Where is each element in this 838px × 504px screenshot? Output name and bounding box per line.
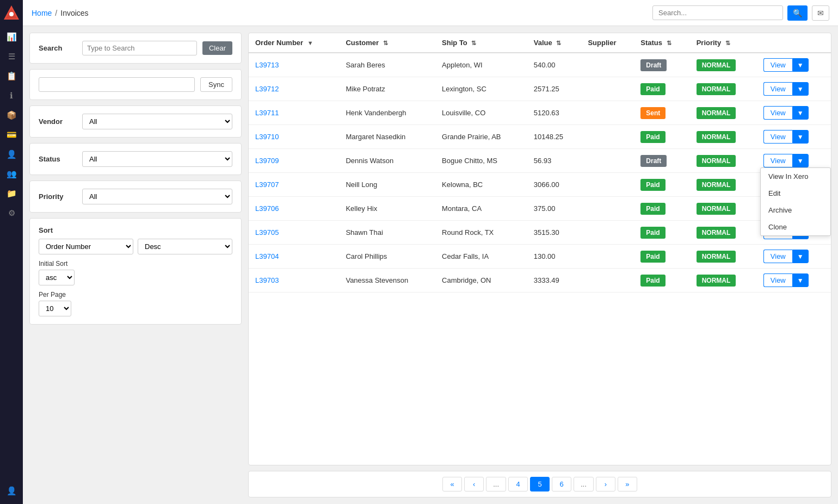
status-badge: Paid	[640, 83, 665, 95]
vendor-select[interactable]: All	[82, 114, 232, 129]
sidebar-icon-analytics[interactable]: 📊	[3, 28, 20, 46]
dropdown-item-archive[interactable]: Archive	[761, 202, 830, 219]
sidebar-icon-profile[interactable]: 👤	[3, 482, 20, 500]
sidebar-icon-files[interactable]: 📁	[3, 185, 20, 202]
priority-badge: NORMAL	[697, 107, 736, 119]
breadcrumb: Home / Invoices	[32, 9, 89, 17]
breadcrumb-current: Invoices	[60, 9, 88, 17]
col-status[interactable]: Status ⇅	[634, 33, 689, 53]
order-link[interactable]: L39704	[255, 252, 279, 260]
order-link[interactable]: L39710	[255, 133, 279, 141]
order-link[interactable]: L39707	[255, 181, 279, 189]
cell-supplier	[581, 101, 634, 125]
view-button-L39709[interactable]: View	[763, 154, 792, 167]
cell-supplier	[581, 77, 634, 101]
search-input[interactable]	[82, 41, 197, 55]
per-page-select[interactable]: 10 25 50 100	[39, 301, 71, 316]
breadcrumb-separator: /	[55, 9, 57, 17]
col-ship-to[interactable]: Ship To ⇅	[435, 33, 527, 53]
order-link[interactable]: L39703	[255, 276, 279, 284]
view-dropdown-button-L39703[interactable]: ▼	[792, 273, 809, 287]
table-row: L39705 Shawn Thai Round Rock, TX 3515.30…	[249, 221, 831, 245]
view-btn-group: View ▼	[763, 154, 824, 167]
view-dropdown-button-L39709[interactable]: ▼	[792, 154, 809, 167]
pagination-next[interactable]: ›	[596, 477, 615, 491]
status-select[interactable]: All	[82, 151, 232, 167]
status-badge: Paid	[640, 179, 665, 191]
pagination-first[interactable]: «	[442, 477, 462, 491]
view-button-L39704[interactable]: View	[763, 250, 792, 263]
cell-order: L39705	[249, 221, 339, 245]
sidebar-icon-settings[interactable]: ⚙	[3, 204, 20, 222]
invoices-table: Order Number ▼ Customer ⇅ Ship To ⇅ Valu…	[249, 33, 831, 293]
cell-supplier	[581, 149, 634, 173]
col-order-number[interactable]: Order Number ▼	[249, 33, 339, 53]
order-link[interactable]: L39706	[255, 204, 279, 213]
sync-button[interactable]: Sync	[200, 77, 232, 92]
pagination-page-4[interactable]: 4	[508, 477, 528, 491]
order-link[interactable]: L39711	[255, 109, 279, 117]
cell-supplier	[581, 269, 634, 293]
view-button-L39712[interactable]: View	[763, 82, 792, 96]
order-link[interactable]: L39709	[255, 157, 279, 165]
view-dropdown-button-L39712[interactable]: ▼	[792, 82, 809, 96]
pagination-last[interactable]: »	[618, 477, 637, 491]
col-customer[interactable]: Customer ⇅	[339, 33, 435, 53]
sidebar-icon-orders[interactable]: 📦	[3, 107, 20, 124]
sort-direction-select[interactable]: Asc Desc	[138, 239, 232, 254]
priority-select[interactable]: All	[82, 189, 232, 204]
col-value[interactable]: Value ⇅	[527, 33, 582, 53]
view-dropdown-button-L39704[interactable]: ▼	[792, 250, 809, 263]
sidebar-icon-billing[interactable]: 💳	[3, 126, 20, 144]
dropdown-item-view-xero[interactable]: View In Xero	[761, 168, 830, 185]
cell-supplier	[581, 53, 634, 77]
view-button-L39713[interactable]: View	[763, 58, 792, 72]
row-dropdown-menu: View In Xero Edit Archive Clone	[760, 167, 831, 236]
priority-badge: NORMAL	[697, 275, 736, 287]
cell-priority: NORMAL	[690, 53, 757, 77]
sort-field-select[interactable]: Order Number Customer Ship To Value	[39, 239, 133, 254]
cell-priority: NORMAL	[690, 221, 757, 245]
pagination-page-6[interactable]: 6	[552, 477, 571, 491]
dropdown-item-edit[interactable]: Edit	[761, 185, 830, 202]
cell-value: 540.00	[527, 53, 582, 77]
view-button-L39711[interactable]: View	[763, 106, 792, 120]
breadcrumb-home-link[interactable]: Home	[32, 9, 52, 17]
priority-badge: NORMAL	[697, 83, 736, 95]
clear-button[interactable]: Clear	[202, 41, 232, 55]
sidebar-icon-menu[interactable]: ☰	[3, 48, 20, 65]
view-dropdown-button-L39713[interactable]: ▼	[792, 58, 809, 72]
sidebar-icon-reports[interactable]: 📋	[3, 67, 20, 85]
pagination-prev[interactable]: ‹	[464, 477, 484, 491]
cell-value: 10148.25	[527, 125, 582, 149]
messages-button[interactable]: ✉	[812, 5, 829, 21]
pagination-ellipsis-start: ...	[486, 477, 506, 491]
cell-priority: NORMAL	[690, 245, 757, 269]
table-row: L39704 Carol Phillips Cedar Falls, IA 13…	[249, 245, 831, 269]
cell-value: 3066.00	[527, 173, 582, 197]
sync-row: Sync	[39, 77, 232, 92]
view-button-L39703[interactable]: View	[763, 273, 792, 287]
global-search-input[interactable]	[652, 5, 783, 20]
vendor-filter-row: Vendor All	[39, 114, 232, 129]
sidebar-icon-user[interactable]: 👤	[3, 146, 20, 163]
col-priority[interactable]: Priority ⇅	[690, 33, 757, 53]
status-badge: Paid	[640, 227, 665, 239]
table-row: L39703 Vanessa Stevenson Cambridge, ON 3…	[249, 269, 831, 293]
order-link[interactable]: L39713	[255, 61, 279, 69]
status-badge: Draft	[640, 59, 667, 71]
view-dropdown-button-L39711[interactable]: ▼	[792, 106, 809, 120]
pagination: « ‹ ... 4 5 6 ... › »	[248, 471, 831, 497]
sidebar-icon-info[interactable]: ℹ	[3, 87, 20, 104]
pagination-page-5[interactable]: 5	[530, 477, 550, 491]
initial-sort-select[interactable]: asc desc	[39, 270, 75, 285]
dropdown-item-clone[interactable]: Clone	[761, 219, 830, 235]
order-link[interactable]: L39712	[255, 85, 279, 93]
sidebar-icon-team[interactable]: 👥	[3, 165, 20, 183]
sync-input[interactable]	[39, 77, 195, 92]
global-search-button[interactable]: 🔍	[787, 5, 808, 21]
table-body: L39713 Sarah Beres Appleton, WI 540.00 D…	[249, 53, 831, 293]
order-link[interactable]: L39705	[255, 228, 279, 237]
view-button-L39710[interactable]: View	[763, 130, 792, 144]
view-dropdown-button-L39710[interactable]: ▼	[792, 130, 809, 144]
